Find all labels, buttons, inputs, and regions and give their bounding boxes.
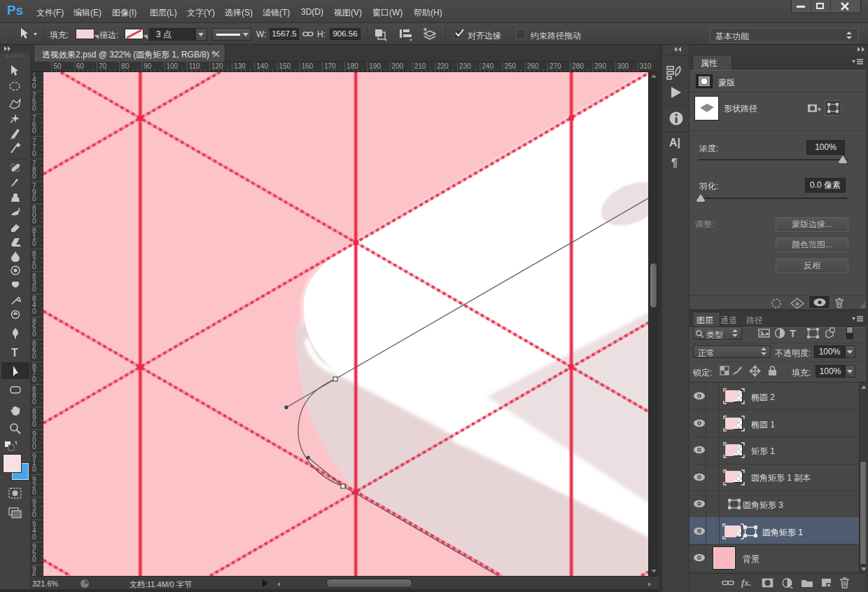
svg-text:0: 0	[32, 263, 36, 270]
svg-text:50: 50	[54, 62, 62, 70]
svg-text:0: 0	[32, 82, 36, 90]
svg-text:300: 300	[617, 62, 629, 70]
svg-text:0: 0	[32, 465, 36, 473]
svg-text:0: 0	[32, 172, 36, 180]
svg-text:60: 60	[76, 62, 85, 70]
svg-text:80: 80	[121, 62, 130, 70]
svg-text:0: 0	[32, 150, 36, 158]
svg-text:0: 0	[32, 420, 36, 428]
svg-text:110: 110	[189, 62, 200, 70]
svg-text:0: 0	[32, 398, 36, 406]
svg-text:0: 0	[32, 308, 36, 315]
svg-text:160: 160	[302, 62, 314, 70]
svg-text:0: 0	[32, 104, 36, 112]
svg-text:90: 90	[144, 62, 152, 70]
svg-text:310: 310	[640, 62, 652, 70]
svg-text:0: 0	[32, 556, 36, 563]
svg-text:190: 190	[369, 62, 381, 70]
svg-text:70: 70	[99, 62, 107, 70]
svg-text:130: 130	[234, 62, 246, 70]
svg-text:0: 0	[32, 285, 36, 293]
svg-text:120: 120	[211, 62, 223, 70]
svg-text:T: T	[11, 347, 18, 359]
svg-text:290: 290	[594, 62, 606, 70]
svg-text:0: 0	[32, 352, 36, 360]
svg-text:0: 0	[32, 488, 36, 496]
svg-text:0: 0	[32, 330, 36, 338]
svg-text:0: 0	[32, 443, 36, 450]
svg-text:270: 270	[550, 62, 561, 70]
svg-text:0: 0	[32, 127, 36, 135]
svg-text:0: 0	[32, 511, 36, 518]
svg-text:240: 240	[482, 62, 493, 70]
svg-text:0: 0	[32, 376, 36, 383]
svg-text:230: 230	[459, 62, 471, 70]
svg-text:100: 100	[167, 62, 178, 70]
svg-text:0: 0	[32, 533, 36, 541]
svg-text:210: 210	[414, 62, 426, 70]
svg-text:0: 0	[32, 195, 36, 202]
svg-text:250: 250	[505, 62, 517, 70]
svg-text:200: 200	[392, 62, 404, 70]
svg-text:0: 0	[32, 240, 36, 247]
svg-text:0: 0	[32, 217, 36, 225]
svg-text:170: 170	[324, 62, 336, 70]
svg-text:180: 180	[346, 62, 358, 70]
svg-text:260: 260	[527, 62, 539, 70]
svg-text:150: 150	[279, 62, 291, 70]
svg-text:220: 220	[437, 62, 449, 70]
svg-text:140: 140	[256, 62, 268, 70]
svg-text:280: 280	[572, 62, 584, 70]
